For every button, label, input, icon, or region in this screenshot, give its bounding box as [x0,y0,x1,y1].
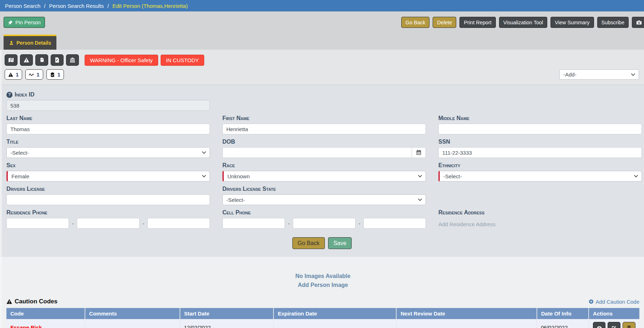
toolbar: Pin Person Go Back Delete Print Report V… [0,11,644,28]
view-caution-button[interactable] [593,322,606,328]
bank-button[interactable] [66,54,79,66]
column-header-code: Code [6,308,85,319]
alert-icon-row: WARNING - Officer Safety IN CUSTODY [2,50,644,66]
add-residence-address-link[interactable]: Add Residence Address [438,221,495,227]
residence-phone-area-field[interactable] [6,218,69,229]
residence-phone-prefix-field[interactable] [77,218,139,229]
ghost-button[interactable] [35,54,48,66]
breadcrumb-separator: / [107,3,109,9]
ethnicity-select[interactable]: -Select- [438,171,642,182]
warning-triangle-icon [24,57,29,63]
calendar-button[interactable] [412,147,426,158]
title-label: Title [6,139,210,145]
view-summary-button[interactable]: View Summary [550,17,594,28]
eye-icon [597,325,602,328]
activity-count-badge[interactable]: 1 [25,69,43,80]
tab-bar: Person Details [0,35,644,50]
last-name-label: Last Name [6,115,210,121]
document-button[interactable] [51,54,64,66]
expiration-date-cell [273,319,396,328]
title-select-value: -Select- [10,150,29,156]
cell-phone-area-field[interactable] [222,218,285,229]
column-header-start-date: Start Date [180,308,273,319]
dob-label: DOB [222,139,426,145]
camera-button[interactable] [632,17,644,28]
sex-select[interactable]: Female [6,171,210,182]
cell-phone-line-field[interactable] [363,218,426,229]
caution-codes-table: Code Comments Start Date Expiration Date… [6,308,639,328]
caution-codes-header: Caution Codes Add Caution Code [2,288,644,308]
edit-pencil-icon [612,325,617,328]
sex-select-value: Female [11,173,29,179]
warning-button[interactable] [20,54,33,66]
print-report-button[interactable]: Print Report [459,17,495,28]
drivers-license-state-select[interactable]: -Select- [222,194,426,205]
go-back-button[interactable]: Go Back [401,17,430,28]
drivers-license-state-label: Drivers License State [222,186,426,192]
phone-dash: - [285,220,293,227]
map-marked-icon [8,57,14,63]
add-caution-code-link[interactable]: Add Caution Code [589,299,639,305]
actions-cell [593,322,635,328]
comments-cell [85,319,180,328]
in-custody-badge: IN CUSTODY [161,55,204,66]
map-button[interactable] [5,54,17,66]
warning-count: 1 [16,71,19,78]
delete-caution-button[interactable] [623,322,635,328]
race-select[interactable]: Unknown [222,171,426,182]
title-select[interactable]: -Select- [6,147,210,158]
first-name-label: First Name [222,115,426,121]
form-go-back-button[interactable]: Go Back [292,237,325,249]
pin-person-button[interactable]: Pin Person [4,17,45,28]
delete-button[interactable]: Delete [433,17,456,28]
person-details-panel: WARNING - Officer Safety IN CUSTODY 1 1 … [0,50,644,257]
tab-person-details-label: Person Details [16,40,51,46]
chevron-down-icon [202,151,206,154]
dob-field[interactable] [222,147,412,158]
index-id-field[interactable] [6,100,210,111]
drivers-license-field[interactable] [6,194,210,205]
ssn-field[interactable] [438,147,642,158]
add-dropdown[interactable]: -Add- [559,69,639,80]
subscribe-button[interactable]: Subscribe [597,17,629,28]
add-person-image-link[interactable]: Add Person Image [298,282,348,288]
pin-person-label: Pin Person [15,20,41,25]
phone-dash: - [356,220,363,227]
chevron-down-icon [202,175,206,178]
chevron-down-icon [631,73,635,76]
next-review-date-cell [396,319,537,328]
column-header-comments: Comments [85,308,180,319]
chevron-down-icon [418,198,422,201]
race-select-value: Unknown [227,173,250,179]
chevron-down-icon [418,175,422,178]
warning-triangle-icon [6,299,12,304]
tab-person-details[interactable]: Person Details [4,35,56,50]
help-icon[interactable]: ? [6,92,12,98]
caution-codes-title: Caution Codes [6,298,57,305]
phone-dash: - [69,220,77,227]
form-save-button[interactable]: Save [328,237,352,249]
breadcrumb: Person Search / Person Search Results / … [0,0,644,11]
cell-phone-prefix-field[interactable] [293,218,355,229]
residence-phone-line-field[interactable] [147,218,210,229]
caution-code-link[interactable]: Escape Risk [10,324,42,328]
clipboard-count-badge[interactable]: 1 [46,69,64,80]
edit-caution-button[interactable] [608,322,620,328]
cell-phone-label: Cell Phone [222,209,426,216]
drivers-license-state-value: -Select- [226,197,245,203]
ethnicity-label: Ethnicity [438,162,642,169]
last-name-field[interactable] [6,124,210,134]
no-images-text: No Images Available [2,273,644,279]
ethnicity-select-value: -Select- [443,173,462,179]
breadcrumb-link-person-search-results[interactable]: Person Search Results [49,3,104,9]
person-images-section: No Images Available Add Person Image [2,257,644,288]
warning-count-badge[interactable]: 1 [5,69,22,80]
middle-name-field[interactable] [438,124,642,134]
clipboard-check-icon [50,72,55,77]
middle-name-label: Middle Name [438,115,642,121]
table-header-row: Code Comments Start Date Expiration Date… [6,308,639,319]
visualization-tool-button[interactable]: Visualization Tool [499,17,548,28]
first-name-field[interactable] [222,124,426,134]
breadcrumb-link-person-search[interactable]: Person Search [5,3,40,9]
calendar-icon [416,150,422,155]
